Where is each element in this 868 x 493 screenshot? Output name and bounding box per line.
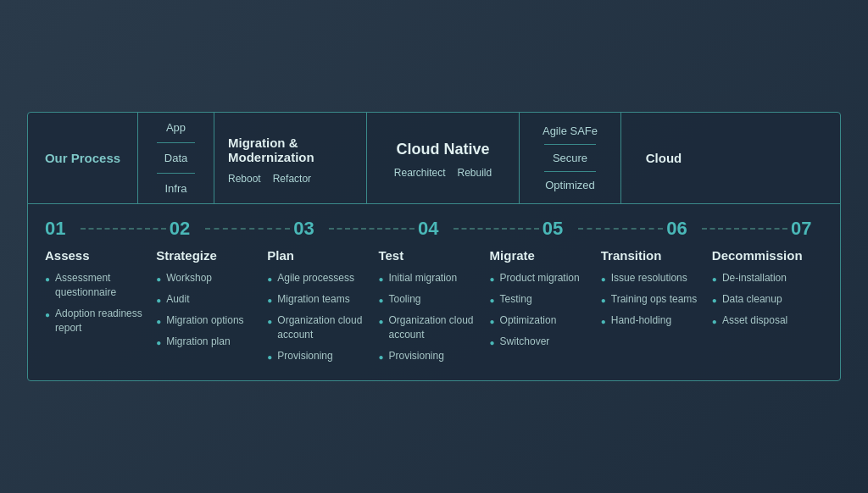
adi-divider2 <box>157 173 196 174</box>
bullet-icon: ● <box>267 274 272 285</box>
step-col-03: Plan ● Agile processess ● Migration team… <box>267 248 378 363</box>
step-item-text: Product migration <box>500 271 580 285</box>
step-item-text: Initial migration <box>388 271 457 285</box>
our-process-cell: Our Process <box>28 113 138 203</box>
list-item: ● Optimization <box>490 313 593 328</box>
step-items-05: ● Product migration ● Testing ● Optimiza… <box>490 271 593 349</box>
bullet-icon: ● <box>712 316 717 328</box>
step-title-02: Strategize <box>156 248 259 263</box>
bullet-icon: ● <box>601 274 606 285</box>
step-item-text: Adoption readiness report <box>55 307 147 335</box>
step-item-text: Asset disposal <box>722 313 787 328</box>
list-item: ● Switchover <box>490 335 593 349</box>
bullet-icon: ● <box>378 295 383 307</box>
step-item-text: Organization cloud account <box>277 313 370 342</box>
step-num-03: 03 <box>293 218 326 240</box>
list-item: ● Assessment questionnaire <box>45 271 147 300</box>
list-item: ● Migration teams <box>267 292 370 307</box>
bullet-icon: ● <box>267 316 272 328</box>
list-item: ● Provisioning <box>378 349 481 363</box>
step-num-05: 05 <box>542 218 575 240</box>
step-item-text: Provisioning <box>277 349 332 363</box>
bullet-icon: ● <box>601 316 606 328</box>
our-process-label: Our Process <box>45 151 120 165</box>
step-num-03-block: 03 <box>293 218 418 240</box>
step-title-04: Test <box>378 248 481 263</box>
list-item: ● Asset disposal <box>712 313 815 328</box>
list-item: ● Migration plan <box>156 335 259 349</box>
step-item-text: Testing <box>500 292 532 307</box>
step-numbers-row: 01 02 03 04 05 06 <box>45 218 823 240</box>
data-label: Data <box>164 150 187 166</box>
list-item: ● Data cleanup <box>712 292 815 307</box>
list-item: ● Provisioning <box>267 349 370 363</box>
optimized-label: Optimized <box>545 177 595 193</box>
step-item-text: Issue resolutions <box>611 271 687 285</box>
agile-divider1 <box>544 144 596 145</box>
bullet-icon: ● <box>378 316 383 328</box>
app-label: App <box>166 119 186 136</box>
step-col-05: Migrate ● Product migration ● Testing ● … <box>490 248 601 349</box>
step-items-03: ● Agile processess ● Migration teams ● O… <box>267 271 370 363</box>
step-item-text: Migration teams <box>277 292 349 307</box>
step-col-01: Assess ● Assessment questionnaire ● Adop… <box>45 248 156 335</box>
step-num-02-block: 02 <box>170 218 294 240</box>
step-item-text: Training ops teams <box>611 292 698 307</box>
step-item-text: Optimization <box>500 313 557 328</box>
step-item-text: Switchover <box>500 335 550 349</box>
bullet-icon: ● <box>378 274 383 285</box>
cloud-native-title: Cloud Native <box>396 141 489 158</box>
list-item: ● Migration options <box>156 313 259 328</box>
step-num-04-block: 04 <box>418 218 542 240</box>
adi-cell: App Data Infra <box>138 113 214 203</box>
bullet-icon: ● <box>267 295 272 307</box>
secure-label: Secure <box>553 150 587 166</box>
step-dash-2 <box>205 228 291 230</box>
step-num-02: 02 <box>170 218 202 240</box>
bullet-icon: ● <box>490 295 495 307</box>
step-dash-3 <box>329 228 415 230</box>
agile-safe-label: Agile SAFe <box>542 123 598 139</box>
step-num-05-block: 05 <box>542 218 667 240</box>
list-item: ● Hand-holding <box>601 313 704 328</box>
agile-cell: Agile SAFe Secure Optimized <box>520 113 621 203</box>
rearchitect-label: Rearchitect <box>394 167 446 179</box>
list-item: ● Organization cloud account <box>267 313 370 342</box>
cloud-cell: Cloud <box>621 113 706 203</box>
bullet-icon: ● <box>601 295 606 307</box>
bullet-icon: ● <box>490 337 495 349</box>
step-dash-6 <box>702 228 787 230</box>
step-title-07: Decommission <box>712 248 815 263</box>
bullet-icon: ● <box>45 274 50 285</box>
step-title-03: Plan <box>267 248 370 263</box>
bullet-icon: ● <box>45 309 50 321</box>
infra-label: Infra <box>164 180 186 197</box>
step-num-01-block: 01 <box>45 218 170 240</box>
step-item-text: Workshop <box>166 271 212 285</box>
list-item: ● Agile processess <box>267 271 370 285</box>
list-item: ● Tooling <box>378 292 481 307</box>
step-title-05: Migrate <box>490 248 593 263</box>
migration-cell: Migration &Modernization Reboot Refactor <box>214 113 367 203</box>
step-items-04: ● Initial migration ● Tooling ● Organiza… <box>378 271 481 363</box>
refactor-label: Refactor <box>273 173 311 185</box>
bullet-icon: ● <box>156 316 161 328</box>
step-items-02: ● Workshop ● Audit ● Migration options ●… <box>156 271 259 349</box>
bullet-icon: ● <box>267 352 272 363</box>
list-item: ● Product migration <box>490 271 593 285</box>
step-col-07: Decommission ● De-installation ● Data cl… <box>712 248 823 328</box>
list-item: ● Organization cloud account <box>378 313 481 342</box>
adi-divider1 <box>157 142 196 143</box>
list-item: ● Issue resolutions <box>601 271 704 285</box>
step-dash-4 <box>453 228 539 230</box>
step-item-text: Data cleanup <box>722 292 782 307</box>
step-items-06: ● Issue resolutions ● Training ops teams… <box>601 271 704 328</box>
step-item-text: Migration options <box>166 313 243 328</box>
header-table: Our Process App Data Infra Migration &Mo… <box>28 113 840 204</box>
step-item-text: Migration plan <box>166 335 230 349</box>
cloud-native-cell: Cloud Native Rearchitect Rebuild <box>367 113 520 203</box>
step-item-text: Agile processess <box>277 271 354 285</box>
step-item-text: Tooling <box>388 292 420 307</box>
step-num-06: 06 <box>666 218 698 240</box>
agile-divider2 <box>544 171 596 172</box>
